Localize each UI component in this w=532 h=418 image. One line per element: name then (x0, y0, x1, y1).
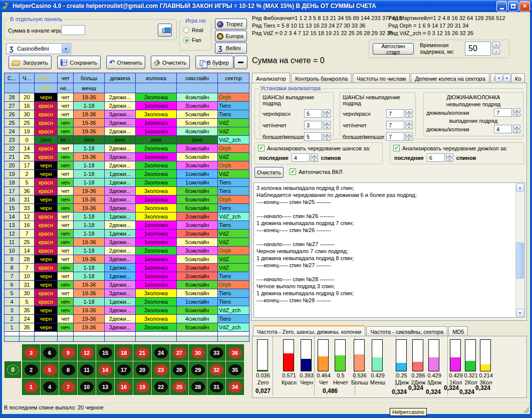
setting-spinner-down-button[interactable]: ▼ (323, 114, 331, 118)
radio-fan[interactable]: Fan (183, 37, 211, 43)
spin-number-cell[interactable]: 5 (5, 289, 20, 298)
result-number-cell[interactable]: 25 (20, 119, 35, 127)
sector-cell[interactable]: Tiers (218, 289, 249, 298)
color-cell[interactable]: красн (35, 247, 58, 255)
dozen-cell[interactable]: 2дюжи... (105, 93, 136, 102)
collapse-button[interactable] (234, 56, 247, 69)
setting-spinner-down-button[interactable]: ▼ (405, 137, 413, 141)
sector-cell[interactable]: Tiers (218, 204, 249, 213)
roulette-cell-9[interactable]: 9 (59, 344, 77, 361)
range-cell[interactable]: 1-18 (74, 272, 105, 281)
alternation-checkbox[interactable]: ✓Анализировать чередование дюж/кол за: (393, 145, 520, 151)
dozen-cell[interactable]: zero (105, 136, 136, 144)
sixline-cell[interactable]: 3сиклайн (177, 102, 218, 110)
roulette-cell-18[interactable]: 18 (115, 344, 133, 361)
header-cell[interactable]: Черн (35, 83, 58, 93)
alternation-spinner-down-button[interactable]: ▼ (446, 158, 453, 162)
roulette-cell-31[interactable]: 31 (207, 378, 225, 395)
result-number-cell[interactable]: 17 (20, 161, 35, 170)
dozen-cell[interactable]: 2дюжи... (105, 221, 136, 230)
setting-spinner-up-button[interactable]: ▲ (323, 121, 331, 125)
header-cell[interactable]: Кра... (35, 73, 58, 83)
roulette-cell-29[interactable]: 29 (189, 361, 207, 378)
result-number-cell[interactable]: 33 (20, 204, 35, 213)
parity-cell[interactable]: неч (58, 119, 74, 127)
sixline-cell[interactable]: 6сиклайн (177, 187, 218, 195)
casino-button-tropez[interactable]: Tropez (215, 19, 247, 30)
dozen-cell[interactable]: 2дюжи... (105, 161, 136, 170)
spin-number-cell[interactable]: 25 (5, 119, 20, 127)
column-cell[interactable]: 1колонка (136, 221, 177, 230)
parity-cell[interactable]: чет (58, 247, 74, 255)
roulette-cell-11[interactable]: 11 (78, 361, 96, 378)
spin-number-cell[interactable]: 21 (5, 153, 20, 161)
parity-cell[interactable]: неч (58, 306, 74, 315)
casino-button-europa[interactable]: Europa (215, 31, 247, 42)
roulette-cell-28[interactable]: 28 (189, 378, 207, 395)
column-cell[interactable]: 3колонка (136, 110, 177, 119)
sixline-cell[interactable]: 4сиклайн (177, 93, 218, 102)
dozen-cell[interactable]: 2дюжи... (105, 315, 136, 323)
freq-tab-1[interactable]: Частота - Zero, шансы, дюжины, колонки (253, 325, 365, 336)
parity-cell[interactable]: чет (58, 255, 74, 264)
sector-cell[interactable]: VdZ_zch (218, 213, 249, 221)
toolbar-undo-button[interactable]: ↶Отменить (106, 56, 145, 69)
range-cell[interactable]: 19-36 (74, 204, 105, 213)
roulette-cell-23[interactable]: 23 (152, 361, 170, 378)
roulette-cell-26[interactable]: 26 (170, 361, 188, 378)
parity-cell[interactable]: чет (58, 170, 74, 178)
color-cell[interactable]: черн (35, 195, 58, 204)
delay-down-button[interactable]: ▼ (492, 49, 500, 55)
sector-cell[interactable]: VdZ (218, 170, 249, 178)
column-cell[interactable]: 3колонка (136, 204, 177, 213)
alternation-spinner-down-button[interactable]: ▼ (311, 158, 318, 162)
roulette-cell-13[interactable]: 13 (96, 378, 114, 395)
maximize-button[interactable] (508, 1, 518, 12)
tabs-scroll-left-button[interactable]: ◄ (495, 74, 502, 82)
setting-spinner-value[interactable]: 7 (386, 109, 404, 118)
range-cell[interactable]: 1-18 (74, 247, 105, 255)
sixline-cell[interactable]: 2сиклайн (177, 264, 218, 272)
setting-spinner-up-button[interactable]: ▲ (513, 125, 520, 129)
sixline-cell[interactable]: 5сиклайн (177, 110, 218, 119)
setting-spinner-up-button[interactable]: ▲ (323, 132, 331, 136)
column-cell[interactable]: 1колонка (136, 119, 177, 127)
delay-up-button[interactable]: ▲ (492, 42, 500, 48)
sector-cell[interactable]: Tiers (218, 102, 249, 110)
column-cell[interactable]: 2колонка (136, 298, 177, 306)
header-cell[interactable]: сектор (218, 73, 249, 83)
sixline-cell[interactable]: 2сиклайн (177, 213, 218, 221)
color-cell[interactable]: красн (35, 238, 58, 247)
roulette-cell-7[interactable]: 7 (59, 378, 77, 395)
parity-cell[interactable]: неч (58, 127, 74, 136)
header-cell[interactable]: не... (58, 83, 74, 93)
header-cell[interactable] (5, 83, 20, 93)
sector-cell[interactable]: VdZ (218, 255, 249, 264)
dozen-cell[interactable]: 1дюжи... (105, 230, 136, 238)
radio-real[interactable]: Real (183, 27, 211, 33)
column-cell[interactable]: 1колонка (136, 230, 177, 238)
log-scrollbar[interactable]: ▲ ▼ (515, 183, 524, 317)
sixline-cell[interactable]: 1сиклайн (177, 178, 218, 187)
dozen-cell[interactable]: 3дюжи... (105, 153, 136, 161)
dozen-cell[interactable]: 3дюжи... (105, 255, 136, 264)
column-cell[interactable]: 1колонка (136, 127, 177, 136)
column-cell[interactable]: 3колонка (136, 213, 177, 221)
roulette-cell-10[interactable]: 10 (78, 378, 96, 395)
setting-spinner-up-button[interactable]: ▲ (405, 132, 413, 136)
column-cell[interactable]: zero (136, 136, 177, 144)
dropdown-arrow-icon[interactable]: ▼ (62, 44, 70, 53)
result-number-cell[interactable]: 35 (20, 306, 35, 315)
setting-spinner-value[interactable]: 3 (304, 121, 322, 129)
color-cell[interactable]: черн (35, 315, 58, 323)
parity-cell[interactable]: неч (58, 204, 74, 213)
tab-деление-колеса-на-сектора[interactable]: Деление колеса на сектора (411, 73, 489, 83)
column-cell[interactable]: 2колонка (136, 93, 177, 102)
sixline-cell[interactable]: 5сиклайн (177, 255, 218, 264)
color-cell[interactable]: красн (35, 298, 58, 306)
header-cell[interactable]: больш (74, 73, 105, 83)
parity-cell[interactable]: чет (58, 110, 74, 119)
range-cell[interactable]: 19-36 (74, 289, 105, 298)
column-cell[interactable]: 1колонка (136, 238, 177, 247)
result-number-cell[interactable]: 5 (20, 298, 35, 306)
